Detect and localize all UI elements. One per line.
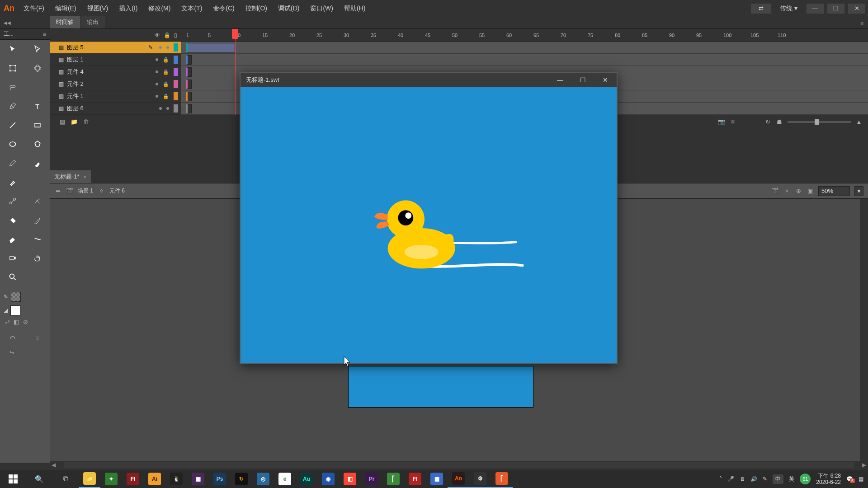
tray-ime-locale[interactable]: 中: [773, 474, 783, 484]
start-button[interactable]: [0, 470, 26, 488]
brush-tool[interactable]: [25, 154, 50, 173]
tray-action-center-button[interactable]: ▤: [859, 476, 863, 482]
visibility-toggle[interactable]: [156, 83, 158, 85]
menu-file[interactable]: 文件(F): [18, 0, 50, 17]
hand-tool[interactable]: [25, 249, 50, 267]
subselection-tool[interactable]: [25, 40, 50, 59]
taskbar-app-1[interactable]: ✦: [100, 470, 122, 488]
onion-skin-button[interactable]: ☗: [776, 118, 783, 126]
layer-row[interactable]: ▥元件 2🔒: [50, 78, 181, 90]
pencil-tool[interactable]: [0, 154, 25, 173]
taskbar-app-4[interactable]: ↻: [231, 470, 252, 488]
frame-ruler[interactable]: 1510152025303540455055606570758085909510…: [181, 29, 868, 41]
playhead[interactable]: [235, 29, 236, 41]
visibility-toggle[interactable]: [156, 95, 158, 98]
3d-rotation-tool[interactable]: [25, 59, 50, 78]
bind-tool[interactable]: [25, 192, 50, 211]
eraser-tool[interactable]: [0, 230, 25, 249]
swap-colors-button[interactable]: ⇄: [4, 318, 11, 325]
outline-header-icon[interactable]: ▯: [174, 32, 177, 38]
workspace-switcher[interactable]: 传统 ▾: [774, 5, 803, 13]
delete-layer-button[interactable]: 🗑: [82, 118, 90, 126]
taskbar-premiere[interactable]: Pr: [361, 470, 382, 488]
lock-toggle[interactable]: 🔒: [163, 94, 169, 99]
scene-label[interactable]: 场景 1: [78, 187, 93, 195]
taskbar-app-9[interactable]: ⎡: [382, 470, 404, 488]
keyframe-span[interactable]: [186, 55, 192, 65]
layer-row[interactable]: ▥图层 6: [50, 103, 181, 115]
smooth-option[interactable]: S: [25, 331, 50, 345]
window-close-button[interactable]: ✕: [848, 4, 865, 14]
straighten-option[interactable]: [0, 345, 25, 360]
layer-color-chip[interactable]: [174, 56, 178, 64]
taskbar-explorer[interactable]: 📁: [79, 470, 100, 488]
keyframe-span[interactable]: [186, 92, 192, 101]
lock-toggle[interactable]: [166, 46, 169, 49]
layer-color-chip[interactable]: [174, 104, 178, 113]
rectangle-tool[interactable]: [25, 116, 50, 135]
menu-edit[interactable]: 编辑(E): [50, 0, 82, 17]
layer-row[interactable]: ▥图层 1🔒: [50, 54, 181, 66]
polystar-tool[interactable]: [25, 135, 50, 154]
layer-color-chip[interactable]: [174, 92, 178, 100]
swf-minimize-button[interactable]: —: [549, 73, 571, 87]
panel-collapse-strip[interactable]: ◀◀: [0, 17, 50, 29]
lock-toggle[interactable]: 🔒: [163, 69, 169, 75]
taskbar-flash[interactable]: Fl: [122, 470, 144, 488]
edit-scene-button[interactable]: 🎬: [771, 188, 778, 195]
bone-tool[interactable]: [0, 192, 25, 211]
menu-modify[interactable]: 修改(M): [143, 0, 176, 17]
stage-scrollbar-horizontal[interactable]: ◀▶: [50, 461, 868, 469]
taskbar-app-2[interactable]: 🐧: [165, 470, 187, 488]
tray-ime-lang[interactable]: 英: [789, 475, 794, 483]
keyframe-span[interactable]: [186, 67, 192, 77]
taskbar-app-3[interactable]: ▣: [187, 470, 209, 488]
no-color-button[interactable]: ⊘: [22, 318, 29, 325]
camera-tool[interactable]: [0, 249, 25, 267]
taskbar-app-7[interactable]: ◉: [317, 470, 339, 488]
pen-tool[interactable]: [0, 97, 25, 116]
layer-row[interactable]: ▥元件 4🔒: [50, 66, 181, 78]
timeline-panel-menu[interactable]: ≡: [856, 19, 868, 28]
timeline-zoom-slider[interactable]: [788, 121, 851, 123]
menu-control[interactable]: 控制(O): [240, 0, 273, 17]
zoom-value[interactable]: 50%: [818, 186, 850, 196]
oval-tool[interactable]: [0, 135, 25, 154]
taskbar-photoshop[interactable]: Ps: [209, 470, 231, 488]
width-tool[interactable]: [25, 230, 50, 249]
center-frame-button[interactable]: ⎘: [730, 118, 737, 126]
layer-row[interactable]: ▥元件 1🔒: [50, 90, 181, 103]
fill-color-swatch[interactable]: [10, 305, 20, 315]
edit-symbols-button[interactable]: ✧: [783, 188, 790, 195]
window-restore-button[interactable]: ❐: [827, 4, 844, 14]
eyedropper-tool[interactable]: [25, 211, 50, 230]
tray-volume-icon[interactable]: 🔊: [750, 476, 757, 482]
taskbar-app-8[interactable]: ◧: [339, 470, 361, 488]
task-view-button[interactable]: ⧉: [52, 470, 79, 488]
stage-scrollbar-vertical[interactable]: [860, 199, 868, 461]
output-tab[interactable]: 输出: [80, 16, 105, 28]
lasso-tool[interactable]: [0, 78, 25, 97]
layer-row[interactable]: ▥图层 5✎: [50, 42, 181, 54]
new-layer-button[interactable]: ▤: [59, 118, 66, 126]
layer-color-chip[interactable]: [174, 43, 178, 52]
menu-view[interactable]: 视图(V): [82, 0, 114, 17]
menu-debug[interactable]: 调试(D): [273, 0, 305, 17]
timeline-zoom-fit-button[interactable]: ▲: [855, 118, 863, 126]
window-minimize-button[interactable]: —: [807, 4, 824, 14]
swf-maximize-button[interactable]: ☐: [571, 73, 594, 87]
layer-color-chip[interactable]: [174, 80, 178, 88]
keyframe-span[interactable]: [186, 43, 235, 52]
lock-toggle[interactable]: [166, 107, 169, 110]
sync-settings-button[interactable]: ⇄: [751, 4, 771, 14]
lock-toggle[interactable]: 🔒: [163, 81, 169, 87]
stage-canvas[interactable]: [348, 366, 533, 408]
frame-row[interactable]: [181, 54, 868, 66]
text-tool[interactable]: T: [25, 97, 50, 116]
stroke-color-swatch[interactable]: [11, 292, 21, 302]
tray-ime-icon[interactable]: ✎: [763, 476, 767, 482]
free-transform-tool[interactable]: [0, 59, 25, 78]
layer-color-chip[interactable]: [174, 68, 178, 76]
paint-bucket-tool[interactable]: [0, 211, 25, 230]
swf-preview-window[interactable]: 无标题-1.swf — ☐ ✕: [240, 72, 618, 364]
